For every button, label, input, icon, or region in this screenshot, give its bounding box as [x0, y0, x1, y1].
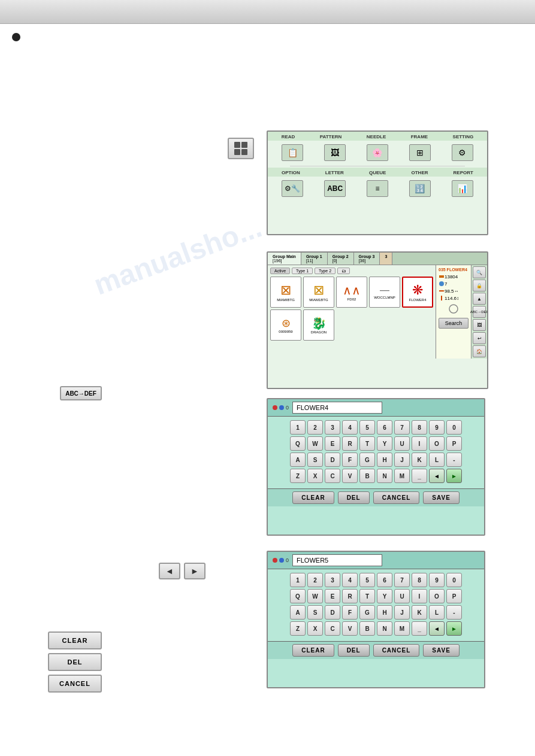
- key-g[interactable]: G: [359, 453, 375, 467]
- arrow-right-button[interactable]: ►: [184, 563, 205, 579]
- subtab-type2[interactable]: Type 2: [315, 268, 335, 274]
- kb2-key-t[interactable]: T: [359, 589, 375, 603]
- pattern-thumb-0009959[interactable]: ⊛ 0009959: [270, 309, 301, 341]
- key-v[interactable]: V: [342, 469, 358, 483]
- kb2-key-r[interactable]: R: [342, 589, 358, 603]
- kb2-key-h[interactable]: H: [377, 605, 392, 620]
- toolbar-home-btn[interactable]: 🏠: [473, 345, 486, 357]
- menu-icon-pattern[interactable]: 🖼: [324, 144, 346, 161]
- key-h[interactable]: H: [377, 453, 392, 467]
- pattern-thumb-flower4[interactable]: ❋ FLOWER4: [402, 277, 433, 308]
- kb2-key-backspace[interactable]: ◄: [429, 621, 445, 636]
- toolbar-undo-btn[interactable]: ↩: [473, 332, 486, 344]
- del-button[interactable]: DEL: [48, 653, 102, 671]
- key-k[interactable]: K: [412, 453, 427, 467]
- key-c[interactable]: C: [325, 469, 340, 483]
- key-l[interactable]: L: [429, 453, 445, 467]
- key-b[interactable]: B: [359, 469, 375, 483]
- kb2-key-q[interactable]: Q: [290, 589, 306, 603]
- kb2-key-9[interactable]: 9: [429, 573, 445, 587]
- key-1[interactable]: 1: [290, 420, 306, 435]
- key-dash[interactable]: -: [446, 453, 462, 467]
- menu-icon-option[interactable]: ⚙🔧: [282, 180, 303, 197]
- tab-group2[interactable]: Group 2 [0]: [328, 253, 354, 265]
- key-underscore[interactable]: _: [412, 469, 427, 483]
- kb1-cancel-btn[interactable]: CANCEL: [373, 491, 420, 504]
- key-t[interactable]: T: [359, 436, 375, 451]
- kb2-key-a[interactable]: A: [290, 605, 306, 620]
- abc-def-button[interactable]: ABC→DEF: [60, 386, 102, 400]
- menu-icon-report[interactable]: 📊: [452, 180, 473, 197]
- kb2-key-o[interactable]: O: [429, 589, 445, 603]
- key-d[interactable]: D: [325, 453, 340, 467]
- kb1-clear-btn[interactable]: CLEAR: [292, 491, 334, 504]
- kb2-key-f[interactable]: F: [342, 605, 358, 620]
- pattern-thumb-fd02[interactable]: ∧∧ FD02: [336, 277, 367, 308]
- menu-icon-letter[interactable]: ABC: [324, 180, 346, 197]
- kb2-key-u[interactable]: U: [394, 589, 410, 603]
- key-w[interactable]: W: [307, 436, 323, 451]
- key-r[interactable]: R: [342, 436, 358, 451]
- pattern-thumb-miami1btg[interactable]: ⊠ MIAM1BTG: [303, 277, 334, 308]
- tab-group3[interactable]: Group 3 [36]: [354, 253, 380, 265]
- menu-icon-other[interactable]: 🔢: [409, 180, 431, 197]
- subtab-active[interactable]: Active: [270, 268, 290, 274]
- kb2-key-w[interactable]: W: [307, 589, 323, 603]
- kb2-key-s[interactable]: S: [307, 605, 323, 620]
- tab-group4[interactable]: 3: [380, 253, 392, 265]
- pattern-thumb-wocclmnp[interactable]: — WOCCLMNP: [369, 277, 400, 308]
- kb2-key-underscore[interactable]: _: [412, 621, 427, 636]
- kb2-clear-btn[interactable]: CLEAR: [292, 644, 334, 657]
- key-s[interactable]: S: [307, 453, 323, 467]
- menu-icon-frame[interactable]: ⊞: [409, 144, 431, 161]
- menu-icon-read[interactable]: 📋: [282, 144, 303, 161]
- toolbar-zoom-btn[interactable]: 🔍: [473, 266, 486, 278]
- kb2-key-e[interactable]: E: [325, 589, 340, 603]
- key-e[interactable]: E: [325, 436, 340, 451]
- kb2-key-1[interactable]: 1: [290, 573, 306, 587]
- key-6[interactable]: 6: [377, 420, 392, 435]
- kb2-key-c[interactable]: C: [325, 621, 340, 636]
- kb2-key-n[interactable]: N: [377, 621, 392, 636]
- kb2-key-d[interactable]: D: [325, 605, 340, 620]
- kb2-key-dash[interactable]: -: [446, 605, 462, 620]
- key-backspace[interactable]: ◄: [429, 469, 445, 483]
- menu-icon-queue[interactable]: ≡: [367, 180, 388, 197]
- toolbar-up-btn[interactable]: ▲: [473, 293, 486, 305]
- menu-icon-needle[interactable]: 🌸: [367, 144, 388, 161]
- key-y[interactable]: Y: [377, 436, 392, 451]
- kb2-del-btn[interactable]: DEL: [338, 644, 370, 657]
- search-button[interactable]: Search: [439, 318, 468, 329]
- toolbar-lock-btn[interactable]: 🔒: [473, 280, 486, 292]
- kb2-key-6[interactable]: 6: [377, 573, 392, 587]
- tab-group-main[interactable]: Group Main [196]: [268, 253, 301, 265]
- kb2-key-m[interactable]: M: [394, 621, 410, 636]
- key-5[interactable]: 5: [359, 420, 375, 435]
- pattern-thumb-miamibtg[interactable]: ⊠ MIAMIBTG: [270, 277, 301, 308]
- key-u[interactable]: U: [394, 436, 410, 451]
- kb2-key-b[interactable]: B: [359, 621, 375, 636]
- key-3[interactable]: 3: [325, 420, 340, 435]
- tab-group1[interactable]: Group 1 [11]: [301, 253, 328, 265]
- toolbar-abc-btn[interactable]: ABC→DEF: [473, 306, 486, 318]
- pattern-thumb-dragon[interactable]: 🐉 DRAGON: [303, 309, 334, 341]
- clear-button[interactable]: CLEAR: [48, 631, 102, 649]
- kb2-key-i[interactable]: I: [412, 589, 427, 603]
- key-n[interactable]: N: [377, 469, 392, 483]
- arrow-left-button[interactable]: ◄: [159, 563, 180, 579]
- key-x[interactable]: X: [307, 469, 323, 483]
- subtab-type1[interactable]: Type 1: [292, 268, 313, 274]
- kb2-key-4[interactable]: 4: [342, 573, 358, 587]
- kb2-key-z[interactable]: Z: [290, 621, 306, 636]
- keyboard1-input[interactable]: [292, 402, 382, 414]
- kb2-key-3[interactable]: 3: [325, 573, 340, 587]
- kb2-key-7[interactable]: 7: [394, 573, 410, 587]
- kb2-save-btn[interactable]: SAVE: [423, 644, 460, 657]
- cancel-button[interactable]: CANCEL: [48, 675, 102, 693]
- kb2-key-x[interactable]: X: [307, 621, 323, 636]
- key-forward[interactable]: ►: [446, 469, 462, 483]
- key-a[interactable]: A: [290, 453, 306, 467]
- key-2[interactable]: 2: [307, 420, 323, 435]
- key-0[interactable]: 0: [446, 420, 462, 435]
- key-9[interactable]: 9: [429, 420, 445, 435]
